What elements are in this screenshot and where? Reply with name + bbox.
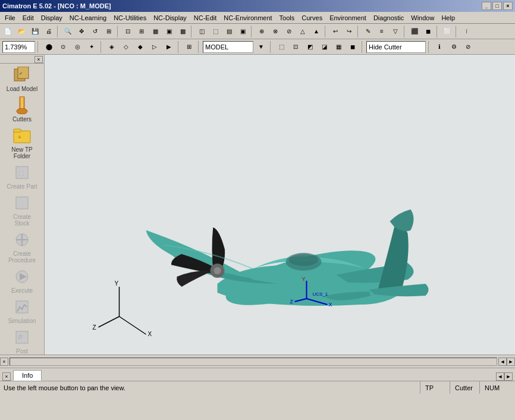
- sidebar-item-simulation[interactable]: Simulation: [2, 296, 42, 326]
- tb-btn-14[interactable]: ⊕: [255, 25, 268, 38]
- sidebar-item-post[interactable]: P Post: [2, 326, 42, 355]
- menu-nc-learning[interactable]: NC-Learning: [66, 13, 110, 23]
- svg-rect-20: [45, 55, 515, 355]
- tab-scroll-right[interactable]: ►: [504, 372, 513, 381]
- sidebar-item-load-model[interactable]: ✓ Load Model: [2, 64, 42, 94]
- tb2-btn-17[interactable]: ◼: [346, 40, 359, 54]
- tb-btn-25[interactable]: ◼: [422, 25, 435, 38]
- tb-btn-16[interactable]: ⊘: [282, 25, 296, 38]
- sidebar-pin-button[interactable]: ×: [34, 56, 43, 63]
- scroll-left-button[interactable]: ◄: [498, 358, 507, 366]
- tb-btn-8[interactable]: ▣: [162, 25, 175, 38]
- tb-btn-9[interactable]: ▩: [176, 25, 189, 38]
- menu-environment[interactable]: Environment: [326, 13, 370, 23]
- tb-btn-17[interactable]: △: [296, 25, 309, 38]
- tb2-btn-14[interactable]: ◩: [303, 40, 316, 54]
- tb2-btn-16[interactable]: ▦: [332, 40, 345, 54]
- tb-btn-22[interactable]: ≡: [375, 25, 388, 38]
- separator-t2-6: [362, 41, 364, 53]
- maximize-button[interactable]: □: [492, 2, 502, 10]
- viewport[interactable]: X Z Y UCS_1 X Y Z: [45, 55, 515, 355]
- fit-icon: ⊞: [106, 28, 111, 35]
- tab-close-button[interactable]: ×: [2, 372, 11, 381]
- tb2-btn-18[interactable]: ℹ: [433, 40, 446, 54]
- sidebar-item-cutters[interactable]: Cutters: [2, 94, 42, 124]
- tb-btn-6[interactable]: ⊞: [135, 25, 148, 38]
- tb-btn-20[interactable]: ↪: [343, 25, 356, 38]
- tb-btn-15[interactable]: ⊗: [269, 25, 282, 38]
- save-button[interactable]: 💾: [29, 25, 42, 38]
- tb-btn-19[interactable]: ↩: [329, 25, 342, 38]
- pan-button[interactable]: ✥: [75, 25, 88, 38]
- tb-btn-23[interactable]: ▽: [389, 25, 402, 38]
- tb-btn-21[interactable]: ✎: [362, 25, 375, 38]
- tb2-btn-13[interactable]: ⊡: [289, 40, 302, 54]
- tab-scroll-left[interactable]: ◄: [496, 372, 504, 381]
- tb2-btn-3[interactable]: ◎: [71, 40, 84, 54]
- horizontal-scrollbar[interactable]: [10, 358, 497, 366]
- menu-nc-display[interactable]: NC-Display: [150, 13, 190, 23]
- sidebar-item-create-stock[interactable]: CreateStock: [2, 192, 42, 228]
- tb-btn-11[interactable]: ⬚: [209, 25, 222, 38]
- tb2-btn-6[interactable]: ◇: [120, 40, 133, 54]
- icon-20: ↪: [347, 28, 351, 35]
- tb2-btn-20[interactable]: ⊘: [461, 40, 475, 54]
- menu-nc-edit[interactable]: NC-Edit: [190, 13, 221, 23]
- sidebar-item-create-procedure[interactable]: CreateProcedure: [2, 228, 42, 265]
- tb2-btn-10[interactable]: ⊞: [183, 40, 196, 54]
- title-bar-buttons[interactable]: _ □ ×: [482, 2, 513, 10]
- sidebar-item-create-part[interactable]: ⬚ Create Part: [2, 161, 42, 192]
- tb2-btn-15[interactable]: ◪: [318, 40, 331, 54]
- menu-edit[interactable]: Edit: [19, 13, 37, 23]
- tb2-btn-9[interactable]: ▶: [162, 40, 175, 54]
- minimize-button[interactable]: _: [482, 2, 491, 10]
- print-button[interactable]: 🖨: [42, 25, 55, 38]
- sidebar-item-execute[interactable]: Execute: [2, 265, 42, 296]
- menu-display[interactable]: Display: [37, 13, 66, 23]
- tb2-btn-5[interactable]: ◈: [105, 40, 118, 54]
- menu-file[interactable]: File: [1, 13, 19, 23]
- menu-curves[interactable]: Curves: [298, 13, 326, 23]
- tb-btn-26[interactable]: ⬜: [441, 25, 454, 38]
- tb2-btn-8[interactable]: ▷: [148, 40, 161, 54]
- rotate-button[interactable]: ↺: [89, 25, 102, 38]
- tb2-btn-7[interactable]: ◆: [134, 40, 147, 54]
- tb-btn-27[interactable]: ⁝: [460, 25, 473, 38]
- tb2-btn-1[interactable]: ⬤: [42, 40, 55, 54]
- svg-text:⬚: ⬚: [18, 170, 24, 176]
- close-button[interactable]: ×: [503, 2, 513, 10]
- tb2-btn-12[interactable]: ⬚: [275, 40, 288, 54]
- tb-btn-5[interactable]: ⊡: [121, 25, 134, 38]
- sidebar-item-new-tp-folder[interactable]: + New TPFolder: [2, 124, 42, 161]
- info-tab[interactable]: Info: [13, 370, 42, 381]
- tb-btn-12[interactable]: ▤: [222, 25, 235, 38]
- new-button[interactable]: 📄: [1, 25, 14, 38]
- tb-btn-18[interactable]: ▲: [310, 25, 323, 38]
- menu-nc-utilities[interactable]: NC-Utilities: [110, 13, 150, 23]
- open-button[interactable]: 📂: [15, 25, 28, 38]
- t2-icon-11: ▼: [258, 43, 264, 50]
- tb-btn-10[interactable]: ◫: [195, 25, 208, 38]
- menu-help[interactable]: Help: [438, 13, 459, 23]
- zoom-button[interactable]: 🔍: [61, 25, 74, 38]
- menu-diagnostic[interactable]: Diagnostic: [370, 13, 407, 23]
- svg-text:Y: Y: [302, 276, 306, 282]
- model-selector[interactable]: MODEL: [203, 41, 253, 53]
- tb-btn-7[interactable]: ▦: [149, 25, 162, 38]
- tb-btn-13[interactable]: ▣: [236, 25, 249, 38]
- tb2-btn-11[interactable]: ▼: [255, 40, 268, 54]
- tb2-btn-19[interactable]: ⚙: [447, 40, 460, 54]
- icon-12: ▤: [227, 28, 232, 35]
- scroll-right-button[interactable]: ►: [507, 358, 515, 366]
- menu-window[interactable]: Window: [407, 13, 438, 23]
- tb2-btn-4[interactable]: ✦: [85, 40, 98, 54]
- hide-cutter-selector[interactable]: Hide Cutter: [366, 41, 426, 53]
- fit-button[interactable]: ⊞: [102, 25, 115, 38]
- tb-btn-24[interactable]: ⬛: [408, 25, 421, 38]
- separator-t2-5: [270, 41, 272, 53]
- scroll-close-button[interactable]: ×: [0, 358, 8, 366]
- tb2-btn-2[interactable]: ⊙: [56, 40, 70, 54]
- zoom-display[interactable]: 1.739%: [2, 41, 35, 53]
- menu-tools[interactable]: Tools: [276, 13, 299, 23]
- menu-nc-environment[interactable]: NC-Environment: [220, 13, 275, 23]
